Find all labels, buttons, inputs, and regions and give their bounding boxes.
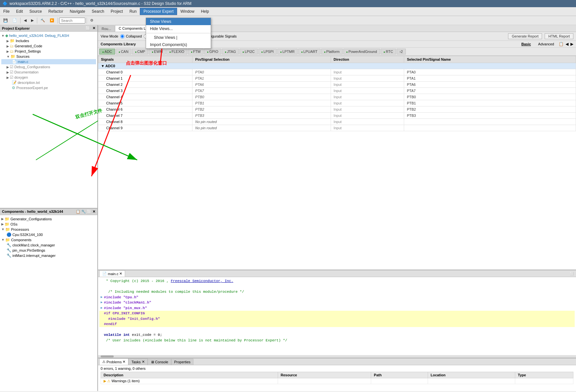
- dropdown-show-views-sub[interactable]: Show Views |: [146, 34, 211, 41]
- table-row[interactable]: Channel 8 No pin routed Input: [98, 119, 576, 125]
- tree-project-root[interactable]: ▼ ◆ hello_world_s32k144: Debug_FLASH: [1, 33, 96, 38]
- toolbar-forward[interactable]: ▶: [29, 17, 36, 24]
- table-row[interactable]: ▶ ⚠ Warnings (1 item): [101, 378, 573, 384]
- adc-tab-adc[interactable]: ADC: [99, 49, 115, 55]
- tree-description-txt[interactable]: 📝 description.txt: [1, 80, 96, 85]
- toolbar-new[interactable]: 📄: [10, 17, 19, 24]
- table-row[interactable]: Channel 2 PTA6 Input PTA6: [98, 82, 576, 88]
- tree-cpu-s32k144[interactable]: 🔵 Cpu:S32K144_100: [1, 232, 96, 237]
- table-row[interactable]: Channel 6 PTB2 Input PTB2: [98, 106, 576, 113]
- radio-collapsed[interactable]: [120, 34, 124, 39]
- tab-console-label: Console: [155, 360, 168, 364]
- tree-main-c[interactable]: 📄 main.c: [1, 59, 96, 64]
- table-row[interactable]: Channel 7 PTB3 Input PTB3: [98, 113, 576, 119]
- adc-tab-gpio[interactable]: GPIO: [204, 49, 221, 55]
- adc-tab-can[interactable]: CAN: [116, 49, 131, 55]
- table-row[interactable]: Channel 0 PTA0 Input PTA0: [98, 69, 576, 75]
- tree-oss[interactable]: ▶ 📁 OSs: [1, 222, 96, 227]
- adc-tab-rtc[interactable]: RTC: [381, 49, 396, 55]
- signal-name: Channel 2: [98, 82, 192, 88]
- tab-console[interactable]: 🖥 Console: [148, 359, 171, 365]
- horizontal-scrollbar[interactable]: [98, 355, 576, 358]
- minimize-icon[interactable]: ⬜: [86, 26, 90, 30]
- adc-tab-jtag[interactable]: JTAG: [222, 49, 239, 55]
- close-icon[interactable]: ✕: [92, 26, 95, 30]
- code-editor[interactable]: * Copyright (c) 2015 - 2016 , Freescale …: [98, 277, 576, 355]
- tab-main-c[interactable]: 📄 main.c ✕: [99, 270, 125, 277]
- table-row[interactable]: Channel 5 PTB1 Input PTB1: [98, 100, 576, 106]
- table-row[interactable]: Channel 9 No pin routed Input: [98, 125, 576, 131]
- tree-int-man[interactable]: 🔧 intMan1:interrupt_manager: [1, 253, 96, 258]
- menu-help[interactable]: Help: [198, 8, 212, 15]
- view-btn-basic[interactable]: Basic: [519, 42, 534, 46]
- menu-file[interactable]: File: [0, 8, 13, 15]
- tree-project-settings[interactable]: ▶ 🗂 Project_Settings: [1, 49, 96, 54]
- table-row[interactable]: Channel 1 PTA1 Input PTA1: [98, 75, 576, 82]
- tree-clock-man[interactable]: 🔧 clockMan1:clock_manager: [1, 243, 96, 248]
- tree-debug-config[interactable]: ▶ ☑ Debug_Configurations: [1, 64, 96, 70]
- adc-tab-lpuart[interactable]: LPUART: [298, 49, 321, 55]
- tab-problems[interactable]: ⚠ Problems ✕: [99, 358, 128, 365]
- adc-tab-cmp[interactable]: CMP: [132, 49, 148, 55]
- menu-window[interactable]: Window: [177, 8, 198, 15]
- close-icon[interactable]: ✕: [92, 210, 95, 214]
- tab-close-icon[interactable]: ✕: [123, 360, 125, 364]
- adc-tab-lptmr[interactable]: LPTMR: [277, 49, 298, 55]
- view-icon-1[interactable]: 📋: [559, 42, 564, 46]
- tree-sources[interactable]: ▼ 📁 Sources: [1, 54, 96, 59]
- toolbar-back[interactable]: ◀: [22, 17, 28, 24]
- adc-tab-ewm[interactable]: EWM: [149, 49, 166, 55]
- dropdown-show-views[interactable]: Show Views: [146, 18, 211, 25]
- toolbar-settings[interactable]: ⚙: [88, 17, 95, 24]
- toolbar-save[interactable]: 💾: [1, 17, 10, 24]
- adc-tab-more[interactable]: ›2: [397, 49, 406, 55]
- tab-close-icon[interactable]: ✕: [119, 272, 122, 276]
- tree-documentation[interactable]: ▶ ☑ Documentation: [1, 70, 96, 75]
- menu-source[interactable]: Source: [26, 8, 45, 15]
- generate-report-btn[interactable]: Generate Report: [508, 33, 542, 39]
- comp-panel-icon2[interactable]: 🔧: [81, 210, 86, 214]
- menu-edit[interactable]: Edit: [13, 8, 26, 15]
- tree-generated-code[interactable]: ▶ 🗂 Generated_Code: [1, 43, 96, 49]
- view-icon-2[interactable]: ◀: [566, 42, 568, 46]
- adc-tab-powerandground[interactable]: PowerAndGround: [343, 49, 380, 55]
- tab-close-icon[interactable]: ✕: [142, 360, 145, 364]
- html-report-btn[interactable]: HTML Report: [545, 33, 573, 39]
- toolbar-run[interactable]: ▶️: [48, 17, 56, 24]
- tree-includes[interactable]: ▶ 📁 Includes: [1, 38, 96, 43]
- toolbar-build[interactable]: 🔨: [39, 17, 47, 24]
- comp-panel-icon1[interactable]: 📋: [76, 210, 80, 214]
- menu-project[interactable]: Project: [107, 8, 126, 15]
- tree-doxygen[interactable]: ▶ ☑ doxygen: [1, 75, 96, 80]
- main-toolbar: 💾 📄 ◀ ▶ 🔨 ▶️ ⚙: [0, 16, 576, 25]
- tab-rou[interactable]: Rou...: [98, 25, 115, 32]
- view-icon-3[interactable]: ▶: [570, 42, 573, 46]
- view-btn-advanced[interactable]: Advanced: [535, 42, 557, 46]
- menu-refactor[interactable]: Refactor: [45, 8, 66, 15]
- adc-tab-lpspi[interactable]: LPSPI: [258, 49, 277, 55]
- menu-run[interactable]: Run: [126, 8, 140, 15]
- adc-tab-ftm[interactable]: FTM: [188, 49, 203, 55]
- table-row[interactable]: Channel 4 PTB0 Input PTB0: [98, 94, 576, 100]
- table-row[interactable]: Channel 3 PTA7 Input PTA7: [98, 88, 576, 94]
- menu-search[interactable]: Search: [89, 8, 107, 15]
- tree-processor-expert-pe[interactable]: ⚙ ProcessorExpert.pe: [1, 85, 96, 90]
- tree-generator-configs[interactable]: ▶ 📁 Generator_Configurations: [1, 216, 96, 222]
- dropdown-hide-views[interactable]: Hide Views...: [146, 25, 211, 32]
- scrollbar-thumb[interactable]: [101, 355, 114, 357]
- adc-tab-flexio[interactable]: FLEXIO: [166, 49, 187, 55]
- dropdown-import-components[interactable]: Import Component(s): [146, 41, 211, 48]
- adc-tab-platform[interactable]: Platform: [321, 49, 343, 55]
- tree-pin-mux[interactable]: 🔧 pin_mux:PinSettings: [1, 248, 96, 253]
- search-input[interactable]: [59, 18, 85, 24]
- expand-icon[interactable]: ⬜: [569, 271, 575, 276]
- project-tree: ▼ ◆ hello_world_s32k144: Debug_FLASH ▶ 📁…: [0, 32, 97, 208]
- menu-processor-expert[interactable]: Processor Expert: [140, 8, 177, 15]
- tab-tasks[interactable]: Tasks ✕: [128, 358, 147, 365]
- adc-tab-lpi2c[interactable]: LPI2C: [239, 49, 257, 55]
- tree-processors[interactable]: ▼ 📁 Processors: [1, 227, 96, 232]
- menu-navigate[interactable]: Navigate: [66, 8, 88, 15]
- tree-components-folder[interactable]: ▼ 📁 Components: [1, 237, 96, 243]
- minimize-icon[interactable]: ⬜: [87, 210, 91, 214]
- tab-properties[interactable]: Properties: [171, 359, 193, 365]
